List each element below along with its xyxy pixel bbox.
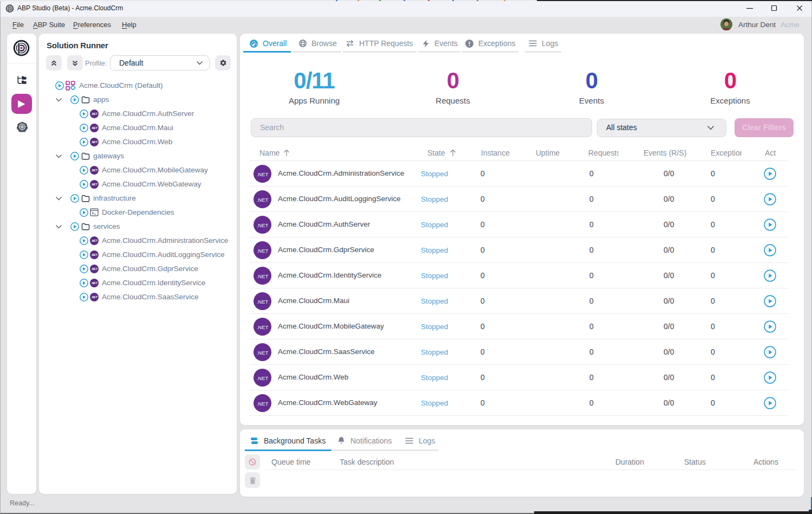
svg-text:.NET: .NET xyxy=(257,299,269,305)
svg-text:.NET: .NET xyxy=(257,375,269,381)
svg-text:.NET: .NET xyxy=(91,239,97,242)
svg-text:.NET: .NET xyxy=(91,253,97,256)
svg-text:.NET: .NET xyxy=(91,267,97,271)
svg-text:.NET: .NET xyxy=(91,126,97,130)
svg-text:.NET: .NET xyxy=(91,169,97,172)
svg-text:.NET: .NET xyxy=(257,324,269,330)
svg-text:.NET: .NET xyxy=(257,350,269,356)
svg-text:.NET: .NET xyxy=(257,248,269,254)
svg-text:.NET: .NET xyxy=(91,295,97,299)
svg-text:.NET: .NET xyxy=(91,112,97,115)
svg-text:.NET: .NET xyxy=(257,197,269,203)
svg-text:.NET: .NET xyxy=(257,401,269,407)
svg-text:.NET: .NET xyxy=(257,222,269,228)
svg-text:.NET: .NET xyxy=(257,273,269,279)
svg-text:.NET: .NET xyxy=(91,281,97,285)
svg-text:.NET: .NET xyxy=(91,140,97,144)
svg-text:.NET: .NET xyxy=(91,183,97,186)
svg-text:.NET: .NET xyxy=(257,171,269,177)
